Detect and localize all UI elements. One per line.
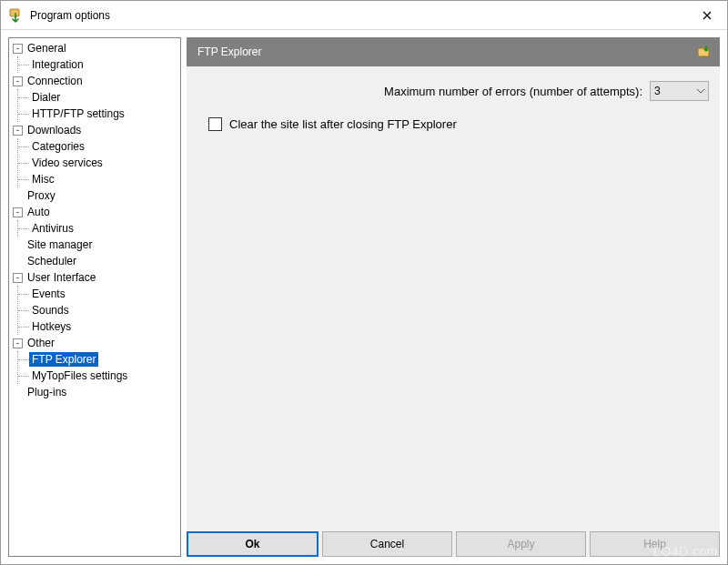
tree-item-integration[interactable]: Integration <box>29 57 86 72</box>
expand-toggle[interactable]: - <box>13 126 23 136</box>
help-button[interactable]: Help <box>590 531 720 557</box>
tree-item-proxy[interactable]: Proxy <box>25 188 58 203</box>
apply-button: Apply <box>456 531 586 557</box>
tree-item-site-manager[interactable]: Site manager <box>25 237 95 252</box>
expand-toggle[interactable]: - <box>13 338 23 348</box>
tree-item-plugins[interactable]: Plug-ins <box>25 385 69 399</box>
tree-item-auto[interactable]: Auto <box>25 205 53 219</box>
content-panel: FTP Explorer Maximum number of errors (n… <box>187 37 720 557</box>
tree-item-downloads[interactable]: Downloads <box>25 123 84 137</box>
category-tree[interactable]: - General Integration - Connection <box>8 37 181 557</box>
tree-item-ftp-explorer[interactable]: FTP Explorer <box>29 352 98 367</box>
tree-item-ui[interactable]: User Interface <box>25 270 98 285</box>
expand-toggle[interactable]: - <box>13 207 23 217</box>
window-title: Program options <box>30 9 694 22</box>
tree-item-scheduler[interactable]: Scheduler <box>25 254 79 268</box>
expand-toggle[interactable]: - <box>13 44 23 54</box>
panel-title: FTP Explorer <box>197 45 261 58</box>
tree-item-dialer[interactable]: Dialer <box>29 90 63 105</box>
cancel-button[interactable]: Cancel <box>322 531 452 557</box>
app-icon <box>8 8 23 23</box>
expand-toggle[interactable]: - <box>13 273 23 283</box>
tree-item-hotkeys[interactable]: Hotkeys <box>29 319 74 334</box>
max-errors-field: Maximum number of errors (number of atte… <box>194 81 713 101</box>
max-errors-label: Maximum number of errors (number of atte… <box>384 85 642 98</box>
dialog-body: - General Integration - Connection <box>1 30 727 564</box>
tree-item-http-ftp[interactable]: HTTP/FTP settings <box>29 106 127 121</box>
chevron-down-icon <box>697 87 704 96</box>
tree-item-other[interactable]: Other <box>25 336 57 350</box>
ok-button[interactable]: Ok <box>187 531 318 557</box>
tree-item-sounds[interactable]: Sounds <box>29 303 72 318</box>
clear-list-label[interactable]: Clear the site list after closing FTP Ex… <box>229 117 457 131</box>
folder-arrow-icon <box>696 45 711 59</box>
cancel-label: Cancel <box>370 538 404 550</box>
button-bar: Ok Cancel Apply Help <box>187 526 720 557</box>
tree-item-general[interactable]: General <box>25 41 69 55</box>
clear-list-checkbox[interactable] <box>208 117 222 131</box>
tree-item-connection[interactable]: Connection <box>25 74 86 88</box>
content-body: Maximum number of errors (number of atte… <box>187 66 720 526</box>
tree-item-events[interactable]: Events <box>29 287 68 301</box>
svg-rect-0 <box>10 9 19 16</box>
max-errors-value: 3 <box>654 85 697 97</box>
help-label: Help <box>643 538 666 550</box>
options-window: Program options - General Integration <box>0 0 728 565</box>
max-errors-select[interactable]: 3 <box>650 81 709 101</box>
tree-item-mytopfiles[interactable]: MyTopFiles settings <box>29 368 130 383</box>
tree-item-antivirus[interactable]: Antivirus <box>29 221 76 236</box>
titlebar: Program options <box>1 1 727 30</box>
tree-item-misc[interactable]: Misc <box>29 172 57 187</box>
tree-item-categories[interactable]: Categories <box>29 139 87 154</box>
expand-toggle[interactable]: - <box>13 76 23 86</box>
apply-label: Apply <box>507 538 534 550</box>
clear-list-field: Clear the site list after closing FTP Ex… <box>194 117 713 131</box>
ok-label: Ok <box>245 538 259 550</box>
tree-item-video-services[interactable]: Video services <box>29 156 106 170</box>
panel-header: FTP Explorer <box>187 37 720 66</box>
close-button[interactable] <box>694 3 720 28</box>
